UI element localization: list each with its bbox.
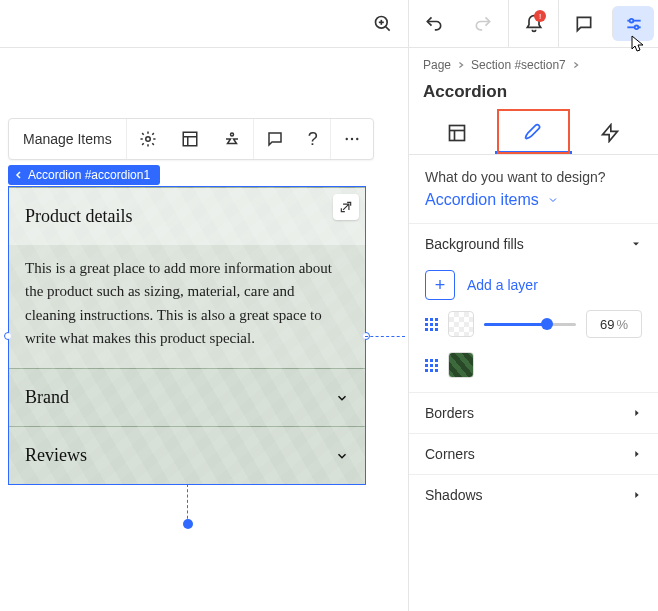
element-toolbar: Manage Items ?: [8, 118, 374, 160]
opacity-unit: %: [616, 317, 628, 332]
opacity-value: 69: [600, 317, 614, 332]
fill-layer-row: [409, 352, 658, 392]
shadows-section[interactable]: Shadows: [409, 474, 658, 515]
fill-layer-row: 69%: [409, 310, 658, 352]
design-question: What do you want to design?: [409, 155, 658, 191]
svg-point-15: [356, 138, 358, 140]
help-button[interactable]: ?: [296, 119, 330, 159]
accordion-item-title: Reviews: [25, 445, 87, 466]
inspector-tabs: [409, 112, 658, 155]
accordion-item-header[interactable]: Reviews: [9, 427, 365, 484]
accordion-item-body[interactable]: This is a great place to add more inform…: [9, 245, 365, 368]
tab-effects[interactable]: [572, 112, 648, 154]
svg-point-7: [634, 25, 638, 29]
background-fills-label: Background fills: [425, 236, 524, 252]
undo-button[interactable]: [408, 0, 458, 47]
selection-pill[interactable]: Accordion #accordion1: [8, 165, 160, 185]
breadcrumb[interactable]: Page Section #section7: [409, 48, 658, 82]
breadcrumb-item[interactable]: Section #section7: [471, 58, 566, 72]
slider-thumb[interactable]: [541, 318, 553, 330]
svg-marker-20: [633, 243, 639, 246]
design-target-dropdown[interactable]: Accordion items: [409, 191, 658, 223]
notification-badge: !: [534, 10, 546, 22]
canvas[interactable]: Manage Items ? Accordion #accordion1 Pro…: [0, 48, 408, 611]
manage-items-button[interactable]: Manage Items: [9, 119, 127, 159]
svg-point-12: [230, 133, 233, 136]
opacity-input[interactable]: 69%: [586, 310, 642, 338]
borders-label: Borders: [425, 405, 474, 421]
guide-dot[interactable]: [183, 519, 193, 529]
corners-label: Corners: [425, 446, 475, 462]
panel-title: Accordion: [409, 82, 658, 112]
settings-toggle-button[interactable]: [612, 6, 654, 41]
svg-rect-16: [450, 126, 465, 141]
accordion-item-title: Product details: [25, 206, 132, 227]
opacity-slider[interactable]: [484, 323, 576, 326]
background-fills-header[interactable]: Background fills: [409, 224, 658, 264]
design-target-label: Accordion items: [425, 191, 539, 209]
chevron-down-icon: [335, 391, 349, 405]
svg-marker-22: [635, 451, 638, 457]
svg-line-1: [386, 26, 390, 30]
comment-button[interactable]: [253, 119, 296, 159]
drag-grip-icon[interactable]: [425, 318, 438, 331]
add-layer-button[interactable]: +: [425, 270, 455, 300]
animation-button[interactable]: [211, 119, 253, 159]
tab-design[interactable]: [495, 112, 571, 154]
main-area: Manage Items ? Accordion #accordion1 Pro…: [0, 48, 658, 611]
svg-marker-21: [635, 410, 638, 416]
selection-label: Accordion #accordion1: [28, 168, 150, 182]
svg-marker-19: [602, 125, 617, 142]
shadows-label: Shadows: [425, 487, 483, 503]
element-settings-button[interactable]: [127, 119, 169, 159]
guide-vertical: [187, 484, 188, 524]
expand-button[interactable]: [333, 194, 359, 220]
more-button[interactable]: [330, 119, 373, 159]
tab-layout[interactable]: [419, 112, 495, 154]
svg-point-13: [345, 138, 347, 140]
accordion-item-header[interactable]: Brand: [9, 369, 365, 426]
svg-point-8: [145, 137, 150, 142]
svg-marker-23: [635, 492, 638, 498]
breadcrumb-item[interactable]: Page: [423, 58, 451, 72]
borders-section[interactable]: Borders: [409, 392, 658, 433]
chevron-down-icon: [335, 449, 349, 463]
fill-swatch[interactable]: [448, 311, 474, 337]
accordion-item-header[interactable]: Product details: [9, 188, 365, 245]
svg-rect-9: [183, 132, 197, 146]
redo-button[interactable]: [458, 0, 508, 47]
drag-grip-icon[interactable]: [425, 359, 438, 372]
guide-horizontal: [365, 336, 405, 337]
accordion-item-title: Brand: [25, 387, 69, 408]
corners-section[interactable]: Corners: [409, 433, 658, 474]
slider-fill: [484, 323, 547, 326]
top-toolbar: !: [0, 0, 658, 48]
notifications-button[interactable]: !: [508, 0, 558, 47]
accordion-widget[interactable]: Product details This is a great place to…: [8, 186, 366, 485]
svg-point-14: [351, 138, 353, 140]
svg-point-6: [629, 18, 633, 22]
add-layer-label[interactable]: Add a layer: [467, 277, 538, 293]
fill-swatch[interactable]: [448, 352, 474, 378]
layout-button[interactable]: [169, 119, 211, 159]
inspector-panel: Page Section #section7 Accordion What do…: [408, 48, 658, 611]
zoom-in-button[interactable]: [358, 0, 408, 47]
comments-button[interactable]: [558, 0, 608, 47]
